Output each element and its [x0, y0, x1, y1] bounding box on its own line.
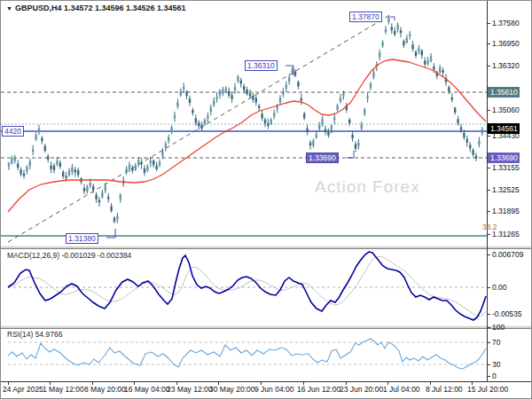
price-axis-label: 1.36950 [492, 39, 520, 48]
price-axis-label: 1.31895 [492, 207, 520, 215]
symbol-dropdown-icon[interactable]: ▼ [6, 5, 12, 12]
price-axis-tick [487, 43, 490, 44]
rsi-axis-label: 0 [492, 372, 497, 380]
symbol-label: GBPUSD,H4 [15, 4, 62, 12]
price-axis-tick [487, 168, 490, 168]
price-chart-panel[interactable] [1, 1, 487, 246]
rsi-axis-tick [487, 327, 490, 328]
price-axis-tick [487, 211, 490, 212]
price-axis-label: 1.37580 [492, 19, 520, 27]
price-axis-border [487, 1, 488, 381]
chart-header: ▼GBPUSD,H4 1.34572 1.34596 1.34526 1.345… [6, 4, 186, 12]
rsi-axis-tick [487, 364, 490, 365]
price-axis-label: 1.36320 [492, 61, 520, 70]
time-axis-label: 8 May 20:00 [84, 385, 126, 394]
price-level-highlight: 1.34561 [488, 123, 520, 134]
time-axis-label: 1 May 12:00 [43, 385, 84, 394]
rsi-indicator-label: RSI(14) 54.9766 [7, 330, 62, 339]
level-annotation[interactable]: 1.33690 [306, 153, 339, 163]
price-axis-tick [487, 234, 490, 235]
rsi-axis-label: 100 [492, 323, 505, 332]
time-axis-label: 1 Jul 04:00 [383, 385, 420, 394]
macd-axis-label: 0.006709 [492, 250, 523, 259]
macd-indicator-label: MACD(12,26,9) -0.001029 -0.002384 [7, 251, 131, 260]
time-axis-border [1, 381, 532, 382]
level-annotation[interactable]: 4420 [2, 126, 24, 137]
price-level-highlight: 1.35610 [488, 87, 520, 98]
price-axis-label: 1.33155 [492, 163, 520, 172]
rsi-axis-label: 30 [492, 360, 500, 369]
macd-axis-tick [487, 314, 490, 315]
panel-separator[interactable] [1, 325, 532, 329]
price-axis-tick [487, 23, 490, 24]
ohlc-values: 1.34572 1.34596 1.34526 1.34561 [64, 4, 186, 12]
price-axis-label: 1.35060 [492, 106, 520, 114]
time-axis-label: 16 Jun 12:00 [297, 385, 340, 394]
level-annotation: 38.2 [481, 223, 499, 231]
time-axis-label: 9 Jun 04:00 [254, 385, 293, 394]
time-axis-label: 8 Jul 12:00 [426, 385, 463, 394]
level-annotation[interactable]: 1.36310 [245, 60, 278, 71]
time-axis-label: 16 May 04:00 [124, 385, 170, 394]
time-axis-label: 30 May 20:00 [209, 385, 255, 394]
macd-axis-tick [487, 287, 490, 288]
price-axis-tick [487, 66, 490, 66]
rsi-axis-tick [487, 376, 490, 377]
rsi-indicator-panel[interactable] [1, 329, 487, 380]
price-axis-tick [487, 110, 490, 111]
price-level-highlight: 1.33690 [488, 153, 520, 163]
macd-axis-label: -0.00535 [492, 309, 522, 318]
rsi-axis-label: 70 [492, 338, 500, 347]
rsi-axis-tick [487, 342, 490, 343]
time-axis-label: 23 Jun 20:00 [340, 385, 383, 394]
price-axis-tick [487, 190, 490, 191]
macd-axis-label: 0.00 [492, 283, 507, 292]
price-axis-tick [487, 136, 490, 137]
time-axis-label: 24 Apr 2025 [3, 385, 43, 394]
macd-axis-tick [487, 254, 490, 255]
panel-separator[interactable] [1, 246, 532, 249]
level-annotation[interactable]: 1.37870 [349, 12, 382, 22]
time-axis-label: 23 May 12:00 [167, 385, 213, 394]
time-axis-label: 15 Jul 20:00 [467, 385, 508, 394]
price-axis-label: 1.32525 [492, 185, 520, 194]
mt4-chart-window: ▼GBPUSD,H4 1.34572 1.34596 1.34526 1.345… [0, 0, 532, 399]
watermark: Action Forex [315, 177, 420, 197]
macd-indicator-panel[interactable] [1, 249, 487, 325]
level-annotation[interactable]: 1.31380 [66, 233, 98, 244]
